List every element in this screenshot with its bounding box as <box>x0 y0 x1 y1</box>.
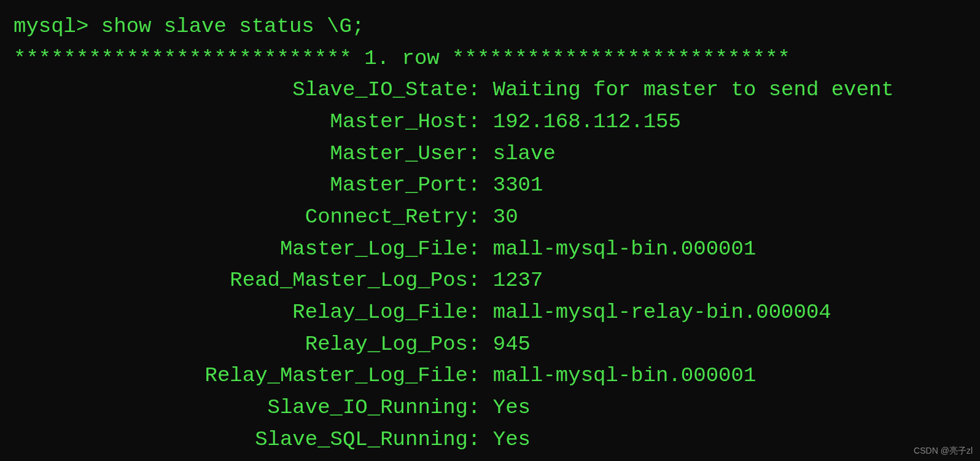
field-label: Read_Master_Log_Pos <box>14 265 468 297</box>
field-value: slave <box>493 138 556 170</box>
field-relay-master-log-file: Relay_Master_Log_File: mall-mysql-bin.00… <box>14 360 980 392</box>
field-master-port: Master_Port: 3301 <box>14 170 980 202</box>
watermark-text: CSDN @亮子zl <box>914 444 973 457</box>
field-label: Master_User <box>14 138 468 170</box>
field-relay-log-pos: Relay_Log_Pos: 945 <box>14 329 980 361</box>
field-label: Slave_IO_Running <box>14 392 468 424</box>
field-label: Relay_Master_Log_File <box>14 360 468 392</box>
field-label: Relay_Log_File <box>14 297 468 329</box>
field-value: 192.168.112.155 <box>493 106 681 138</box>
field-label: Slave_SQL_Running <box>14 424 468 456</box>
field-value: Yes <box>493 392 531 424</box>
field-label: Master_Host <box>14 106 468 138</box>
field-label: Master_Log_File <box>14 234 468 266</box>
field-master-log-file: Master_Log_File: mall-mysql-bin.000001 <box>14 234 980 266</box>
field-master-user: Master_User: slave <box>14 138 980 170</box>
field-value: mall-mysql-bin.000001 <box>493 360 756 392</box>
colon: : <box>468 265 493 297</box>
colon: : <box>468 106 493 138</box>
colon: : <box>468 202 493 234</box>
field-connect-retry: Connect_Retry: 30 <box>14 202 980 234</box>
row-separator: *************************** 1. row *****… <box>14 43 980 75</box>
field-master-host: Master_Host: 192.168.112.155 <box>14 106 980 138</box>
colon: : <box>468 424 493 456</box>
colon: : <box>468 170 493 202</box>
field-read-master-log-pos: Read_Master_Log_Pos: 1237 <box>14 265 980 297</box>
field-value: mall-mysql-relay-bin.000004 <box>493 297 831 329</box>
field-label: Relay_Log_Pos <box>14 329 468 361</box>
mysql-prompt: mysql> <box>14 15 101 38</box>
command-text: show slave status \G; <box>101 15 364 38</box>
field-value: 30 <box>493 202 518 234</box>
field-label: Slave_IO_State <box>14 74 468 106</box>
field-label: Connect_Retry <box>14 202 468 234</box>
field-relay-log-file: Relay_Log_File: mall-mysql-relay-bin.000… <box>14 297 980 329</box>
command-line[interactable]: mysql> show slave status \G; <box>14 11 980 43</box>
field-label: Master_Port <box>14 170 468 202</box>
colon: : <box>468 138 493 170</box>
colon: : <box>468 329 493 361</box>
colon: : <box>468 297 493 329</box>
colon: : <box>468 392 493 424</box>
field-value: Yes <box>493 424 531 456</box>
field-value: 1237 <box>493 265 543 297</box>
colon: : <box>468 74 493 106</box>
colon: : <box>468 234 493 266</box>
field-slave-io-running: Slave_IO_Running: Yes <box>14 392 980 424</box>
field-value: Waiting for master to send event <box>493 74 894 106</box>
field-value: mall-mysql-bin.000001 <box>493 234 756 266</box>
field-slave-io-state: Slave_IO_State: Waiting for master to se… <box>14 74 980 106</box>
field-value: 3301 <box>493 170 543 202</box>
field-value: 945 <box>493 329 531 361</box>
colon: : <box>468 360 493 392</box>
field-slave-sql-running: Slave_SQL_Running: Yes <box>14 424 980 456</box>
